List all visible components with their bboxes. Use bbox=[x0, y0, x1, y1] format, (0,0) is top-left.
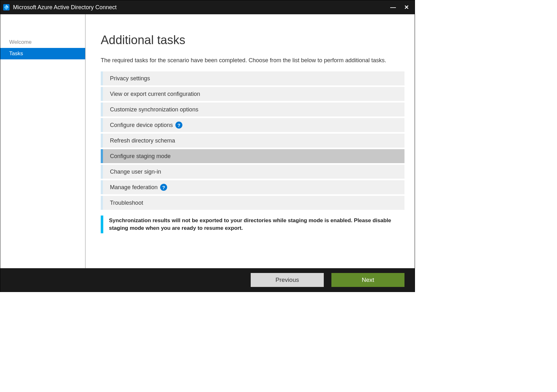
task-accent bbox=[101, 118, 103, 132]
task-accent bbox=[101, 71, 103, 85]
help-icon[interactable]: ? bbox=[160, 184, 167, 191]
task-label: Refresh directory schema bbox=[103, 137, 175, 144]
sidebar: Welcome Tasks bbox=[0, 14, 85, 268]
titlebar: Microsoft Azure Active Directory Connect… bbox=[0, 0, 415, 14]
app-window: Microsoft Azure Active Directory Connect… bbox=[0, 0, 415, 292]
task-accent bbox=[101, 149, 103, 163]
page-title: Additional tasks bbox=[101, 33, 404, 47]
sidebar-item-welcome[interactable]: Welcome bbox=[0, 37, 85, 48]
task-troubleshoot[interactable]: Troubleshoot bbox=[101, 196, 404, 210]
task-label: Customize synchronization options bbox=[103, 106, 198, 113]
task-accent bbox=[101, 196, 103, 210]
task-refresh-schema[interactable]: Refresh directory schema bbox=[101, 134, 404, 148]
task-configure-device-options[interactable]: Configure device options ? bbox=[101, 118, 404, 132]
task-change-user-signin[interactable]: Change user sign-in bbox=[101, 165, 404, 179]
sidebar-item-label: Tasks bbox=[9, 50, 23, 56]
task-accent bbox=[101, 87, 103, 101]
task-accent bbox=[101, 103, 103, 116]
sidebar-item-label: Welcome bbox=[9, 39, 32, 45]
previous-button[interactable]: Previous bbox=[251, 273, 324, 287]
task-list: Privacy settings View or export current … bbox=[101, 71, 404, 210]
task-accent bbox=[101, 180, 103, 194]
task-manage-federation[interactable]: Manage federation ? bbox=[101, 180, 404, 194]
azure-logo-icon bbox=[3, 4, 10, 11]
task-label: Configure staging mode bbox=[103, 153, 171, 160]
footer: Previous Next bbox=[0, 268, 415, 292]
note-text: Synchronization results will not be expo… bbox=[103, 216, 404, 233]
window-title: Microsoft Azure Active Directory Connect bbox=[13, 4, 390, 11]
task-label: Privacy settings bbox=[103, 75, 150, 82]
sidebar-item-tasks[interactable]: Tasks bbox=[0, 48, 85, 59]
close-button[interactable]: ✕ bbox=[403, 4, 410, 11]
task-label: Change user sign-in bbox=[103, 169, 161, 175]
task-label: Troubleshoot bbox=[103, 200, 143, 206]
body-area: Welcome Tasks Additional tasks The requi… bbox=[0, 14, 415, 268]
task-accent bbox=[101, 134, 103, 148]
task-customize-sync[interactable]: Customize synchronization options bbox=[101, 103, 404, 116]
task-label: Configure device options bbox=[103, 122, 173, 129]
note-accent-bar bbox=[101, 216, 103, 233]
task-privacy-settings[interactable]: Privacy settings bbox=[101, 71, 404, 85]
task-label: Manage federation bbox=[103, 184, 158, 191]
help-icon[interactable]: ? bbox=[175, 122, 182, 129]
next-button[interactable]: Next bbox=[331, 273, 404, 287]
page-description: The required tasks for the scenario have… bbox=[101, 56, 404, 64]
staging-mode-note: Synchronization results will not be expo… bbox=[101, 216, 404, 233]
task-configure-staging-mode[interactable]: Configure staging mode bbox=[101, 149, 404, 163]
minimize-button[interactable]: — bbox=[390, 4, 396, 11]
task-accent bbox=[101, 165, 103, 179]
window-controls: — ✕ bbox=[390, 4, 412, 11]
main-content: Additional tasks The required tasks for … bbox=[85, 14, 415, 268]
task-view-export-config[interactable]: View or export current configuration bbox=[101, 87, 404, 101]
task-label: View or export current configuration bbox=[103, 91, 200, 97]
